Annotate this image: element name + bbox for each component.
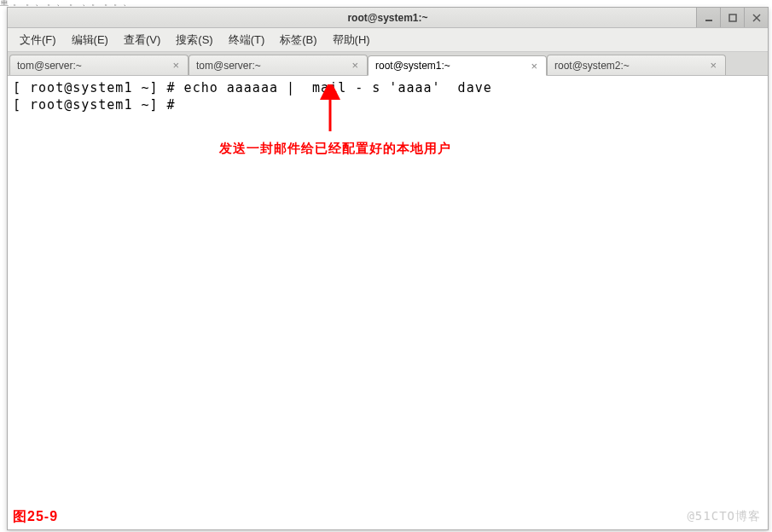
figure-label: 图25-9 (13, 508, 58, 526)
window-controls (696, 8, 768, 27)
maximize-icon (728, 14, 737, 22)
minimize-icon (705, 14, 713, 22)
menu-search[interactable]: 搜索(S) (169, 30, 219, 50)
terminal-line-2: [ root@system1 ~] # (13, 96, 763, 113)
terminal-window: root@system1:~ 文件(F) 编辑(E) 查看(V) 搜索(S) 终… (7, 7, 769, 530)
tab-root-system1[interactable]: root@system1:~ × (368, 55, 547, 76)
window-title: root@system1:~ (8, 12, 768, 24)
tab-close-icon[interactable]: × (529, 60, 539, 72)
menu-tabs[interactable]: 标签(B) (273, 30, 323, 50)
menu-edit[interactable]: 编辑(E) (65, 30, 115, 50)
tab-close-icon[interactable]: × (708, 59, 718, 72)
close-icon (752, 14, 761, 22)
tab-label: root@system2:~ (554, 60, 708, 72)
terminal-line-1: [ root@system1 ~] # echo aaaaaa | mail -… (13, 79, 763, 96)
close-button[interactable] (744, 8, 768, 27)
svg-rect-1 (729, 14, 736, 21)
menubar: 文件(F) 编辑(E) 查看(V) 搜索(S) 终端(T) 标签(B) 帮助(H… (8, 28, 768, 52)
maximize-button[interactable] (720, 8, 744, 27)
tab-close-icon[interactable]: × (171, 59, 181, 72)
svg-rect-0 (705, 20, 712, 21)
tab-root-system2[interactable]: root@system2:~ × (547, 55, 726, 75)
tab-label: tom@server:~ (17, 60, 171, 72)
menu-terminal[interactable]: 终端(T) (222, 30, 272, 50)
watermark: @51CTO博客 (687, 509, 761, 524)
menu-file[interactable]: 文件(F) (13, 30, 63, 50)
minimize-button[interactable] (696, 8, 720, 27)
tab-label: root@system1:~ (375, 60, 529, 72)
menu-help[interactable]: 帮助(H) (326, 30, 377, 50)
tab-label: tom@server:~ (196, 60, 350, 72)
tab-tom-server-2[interactable]: tom@server:~ × (189, 55, 368, 75)
tab-close-icon[interactable]: × (350, 59, 360, 72)
tab-tom-server-1[interactable]: tom@server:~ × (9, 55, 189, 75)
tabbar: tom@server:~ × tom@server:~ × root@syste… (8, 52, 768, 76)
terminal-body[interactable]: [ root@system1 ~] # echo aaaaaa | mail -… (8, 76, 768, 529)
menu-view[interactable]: 查看(V) (117, 30, 167, 50)
annotation-text: 发送一封邮件给已经配置好的本地用户 (219, 141, 451, 157)
titlebar: root@system1:~ (8, 8, 768, 28)
